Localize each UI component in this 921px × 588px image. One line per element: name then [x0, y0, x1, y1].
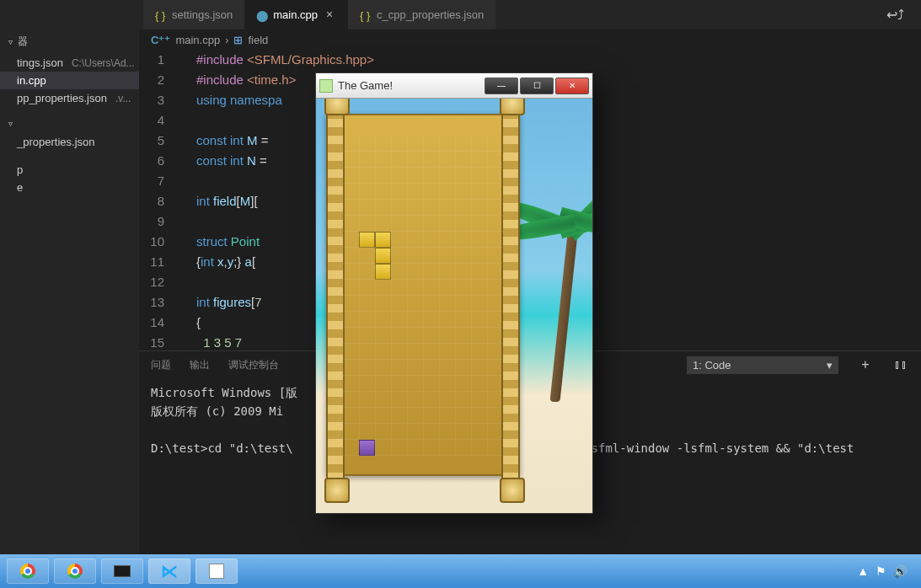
- tetris-block: [375, 232, 391, 248]
- line-number: 9: [139, 211, 181, 232]
- task-vscode[interactable]: ⋉: [148, 559, 190, 584]
- sidebar: ▿ 器 tings.json C:\Users\Ad... in.cpp pp_…: [0, 29, 139, 569]
- line-number: 10: [139, 232, 181, 252]
- add-terminal-icon[interactable]: +: [857, 357, 874, 372]
- maximize-button[interactable]: ☐: [520, 78, 554, 94]
- code-text: const int N =: [181, 151, 267, 171]
- chevron-down-icon: ▿: [8, 37, 13, 46]
- cpp-icon: C⁺⁺: [151, 34, 170, 46]
- tray-up-icon[interactable]: ▲: [857, 564, 869, 578]
- panel-tab-debug[interactable]: 调试控制台: [228, 358, 279, 372]
- tetris-board[interactable]: [343, 136, 503, 456]
- line-number: 12: [139, 272, 181, 292]
- code-text: 1 3 5 7: [181, 333, 242, 350]
- code-text: [181, 171, 196, 191]
- window-title: The Game!: [338, 79, 485, 92]
- code-text: #include <time.h>: [181, 70, 296, 90]
- cmd-icon: [114, 565, 131, 577]
- breadcrumb[interactable]: C⁺⁺ main.cpp › ⊞ field: [139, 29, 921, 50]
- task-cmd[interactable]: [101, 559, 143, 584]
- code-text: [181, 272, 196, 292]
- file-item[interactable]: _properties.json: [0, 133, 139, 151]
- game-board-frame: [326, 114, 520, 476]
- panel-tab-problems[interactable]: 问题: [151, 358, 171, 372]
- tetris-block: [359, 440, 375, 456]
- game-client: [316, 99, 592, 513]
- run-icon[interactable]: ↩⤴: [886, 7, 904, 23]
- line-number: 7: [139, 171, 181, 191]
- sidebar-section-workspace[interactable]: ▿: [0, 114, 139, 133]
- chevron-down-icon: ▿: [8, 119, 13, 128]
- line-number: 2: [139, 70, 181, 90]
- task-chrome-2[interactable]: [54, 559, 96, 584]
- line-number: 4: [139, 110, 181, 131]
- close-icon[interactable]: ×: [323, 8, 336, 22]
- system-tray[interactable]: ▲ ⚑ 🔊: [857, 564, 914, 578]
- code-text: [181, 110, 196, 131]
- chrome-icon: [20, 564, 35, 579]
- palm-tree-decoration: [517, 132, 592, 402]
- line-number: 15: [139, 333, 181, 350]
- sidebar-section-open-editors[interactable]: ▿ 器: [0, 29, 139, 54]
- code-text: #include <SFML/Graphics.hpp>: [181, 50, 374, 70]
- line-number: 11: [139, 252, 181, 272]
- code-text: [181, 211, 196, 232]
- editor-tabs: { } settings.json ⬤ main.cpp × { } c_cpp…: [0, 0, 921, 29]
- file-item-cpp-properties[interactable]: pp_properties.json .v...: [0, 89, 139, 107]
- app-icon: [319, 79, 333, 93]
- json-icon: { }: [360, 9, 372, 21]
- file-item-main-cpp[interactable]: in.cpp: [0, 72, 139, 89]
- line-number: 3: [139, 90, 181, 110]
- terminal-select[interactable]: 1: Code ▾: [687, 356, 838, 374]
- tetris-block: [375, 248, 391, 264]
- tetris-block: [359, 232, 375, 248]
- chevron-down-icon: ▾: [827, 359, 833, 372]
- tab-settings-json[interactable]: { } settings.json: [143, 0, 244, 29]
- file-item[interactable]: p: [0, 161, 139, 179]
- tetris-block: [375, 264, 391, 280]
- file-item-settings[interactable]: tings.json C:\Users\Ad...: [0, 54, 139, 72]
- titlebar[interactable]: The Game! — ☐ ✕: [316, 73, 592, 99]
- code-text: using namespa: [181, 90, 282, 110]
- tab-main-cpp[interactable]: ⬤ main.cpp ×: [244, 0, 348, 29]
- tray-volume-icon[interactable]: 🔊: [893, 564, 908, 578]
- close-button[interactable]: ✕: [555, 78, 589, 94]
- line-number: 8: [139, 191, 181, 211]
- panel-tab-output[interactable]: 输出: [190, 358, 210, 372]
- chrome-icon: [67, 564, 83, 579]
- line-number: 5: [139, 131, 181, 151]
- file-item[interactable]: e: [0, 179, 139, 196]
- code-text: int figures[7: [181, 292, 262, 313]
- line-number: 1: [139, 50, 181, 70]
- line-number: 6: [139, 151, 181, 171]
- code-text: int field[M][: [181, 191, 258, 211]
- game-window: The Game! — ☐ ✕: [315, 72, 593, 514]
- task-game[interactable]: [195, 559, 238, 584]
- code-text: {: [181, 313, 201, 333]
- taskbar: ⋉ ▲ ⚑ 🔊: [0, 554, 921, 588]
- minimize-button[interactable]: —: [485, 78, 518, 94]
- task-chrome[interactable]: [7, 559, 49, 584]
- vscode-icon: ⋉: [161, 561, 178, 581]
- field-icon: ⊞: [233, 34, 243, 46]
- code-line[interactable]: 1#include <SFML/Graphics.hpp>: [139, 50, 921, 70]
- tray-flag-icon[interactable]: ⚑: [875, 564, 886, 578]
- code-text: struct Point: [181, 232, 260, 252]
- cpp-icon: ⬤: [256, 9, 268, 21]
- tab-c-cpp-properties[interactable]: { } c_cpp_properties.json: [348, 0, 495, 29]
- json-icon: { }: [155, 9, 167, 21]
- line-number: 13: [139, 292, 181, 313]
- code-text: {int x,y;} a[: [181, 252, 255, 272]
- line-number: 14: [139, 313, 181, 333]
- split-terminal-icon[interactable]: ⫾⫾: [892, 357, 909, 372]
- game-icon: [209, 564, 224, 579]
- code-text: const int M =: [181, 131, 268, 151]
